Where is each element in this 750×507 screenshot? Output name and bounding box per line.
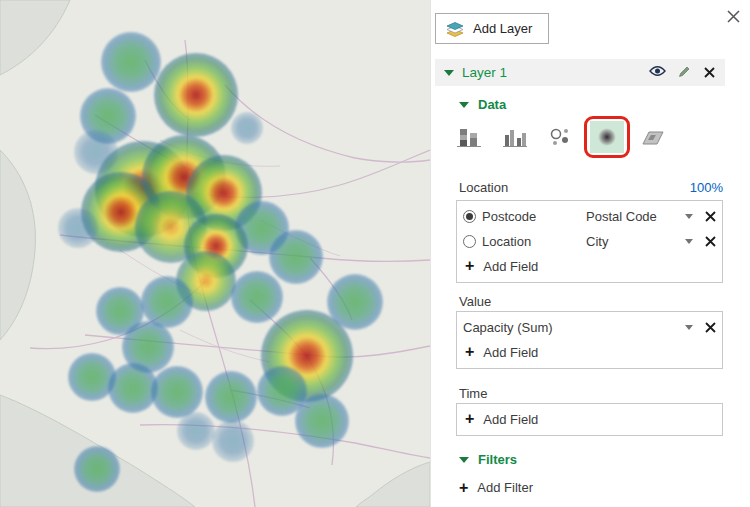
location-radio[interactable] [463,235,476,248]
remove-value-field-icon[interactable] [704,321,717,334]
visibility-eye-icon[interactable] [649,65,666,80]
heatmap-layer [0,0,430,507]
location-header: Location 100% [459,180,723,195]
layer-actions [649,65,716,81]
location-field-dropdown[interactable]: City [586,234,698,249]
time-label: Time [459,386,487,401]
value-add-field-button[interactable]: + Add Field [463,340,717,364]
location-radio-label: Location [482,234,580,249]
remove-location-field-icon[interactable] [704,235,717,248]
delete-layer-icon[interactable] [703,66,716,79]
remove-postcode-field-icon[interactable] [704,210,717,223]
data-section-header[interactable]: Data [459,97,506,112]
chart-type-bubble-icon[interactable] [544,121,578,153]
close-icon[interactable] [726,9,741,24]
chart-type-picker [452,121,670,153]
chevron-down-icon [685,325,693,330]
layer-name: Layer 1 [462,65,641,80]
chart-type-heat-map-icon[interactable] [590,121,624,153]
plus-icon: + [465,259,474,273]
collapse-data-icon[interactable] [459,102,469,108]
postcode-radio-label: Postcode [482,209,580,224]
add-layer-label: Add Layer [473,21,532,36]
location-row-postcode: Postcode Postal Code [463,204,717,229]
chart-type-stacked-column-icon[interactable] [452,121,486,153]
collapse-filters-icon[interactable] [459,457,469,463]
plus-icon: + [459,481,468,495]
location-field-value: City [586,234,608,249]
location-add-field-button[interactable]: + Add Field [463,254,717,278]
value-add-field-label: Add Field [483,345,538,360]
value-field-dropdown[interactable]: Capacity (Sum) [463,320,698,335]
plus-icon: + [465,412,474,426]
time-add-field-label: Add Field [483,412,538,427]
data-section-label: Data [478,97,506,112]
layers-icon [445,20,465,38]
chevron-down-icon [685,214,693,219]
location-label: Location [459,180,508,195]
value-label: Value [459,294,491,309]
collapse-layer-icon[interactable] [444,70,454,76]
location-add-field-label: Add Field [483,259,538,274]
postcode-radio[interactable] [463,210,476,223]
plus-icon: + [465,345,474,359]
add-filter-button[interactable]: + Add Filter [459,480,533,495]
chart-type-region-icon[interactable] [636,121,670,153]
postcode-field-dropdown[interactable]: Postal Code [586,209,698,224]
geocoding-percent-link[interactable]: 100% [690,180,723,195]
add-layer-button[interactable]: Add Layer [435,13,549,44]
time-fieldbox: + Add Field [456,403,723,436]
value-fieldbox: Capacity (Sum) + Add Field [456,311,723,369]
chart-type-clustered-column-icon[interactable] [498,121,532,153]
value-field-value: Capacity (Sum) [463,320,553,335]
filters-section-header[interactable]: Filters [459,452,517,467]
location-row-location: Location City [463,229,717,254]
layer-pane: Add Layer Layer 1 Data [430,0,750,507]
filters-section-label: Filters [478,452,517,467]
chevron-down-icon [685,239,693,244]
layer-header[interactable]: Layer 1 [435,59,725,86]
value-field-row: Capacity (Sum) [463,315,717,340]
add-filter-label: Add Filter [477,480,533,495]
time-add-field-button[interactable]: + Add Field [463,407,717,431]
location-fieldbox: Postcode Postal Code Location City + Add… [456,200,723,283]
postcode-field-value: Postal Code [586,209,657,224]
map-canvas[interactable] [0,0,430,507]
edit-pencil-icon[interactable] [678,65,691,81]
